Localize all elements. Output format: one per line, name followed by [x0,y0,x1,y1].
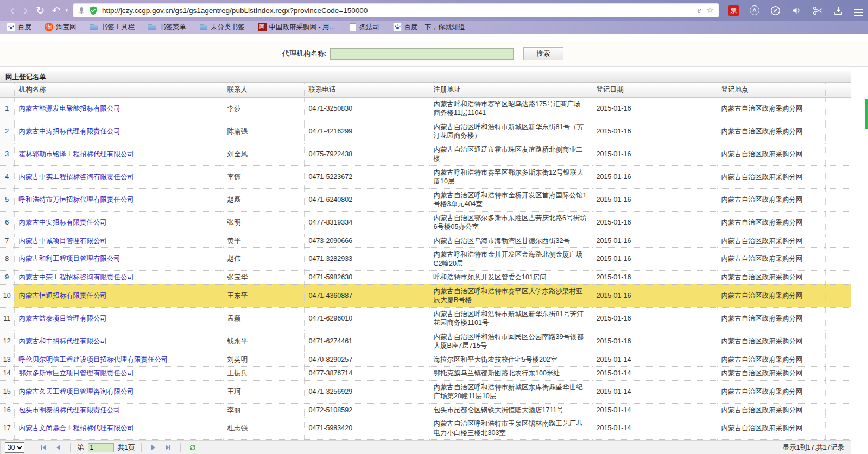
row-number: 17 [0,417,14,440]
last-page-icon[interactable] [163,443,174,452]
registration-place: 内蒙古自治区政府采购分网 [717,97,825,120]
agency-name-link[interactable]: 内蒙古文尚鼎合工程招标代理有限公司 [19,424,135,432]
agency-name-link[interactable]: 内蒙古恒通招标有限责任公司 [19,292,107,299]
registration-date: 2015-01-16 [592,271,717,285]
agency-name-link[interactable]: 内蒙古益泰项目管理有限公司 [19,315,107,322]
registration-place: 内蒙古自治区政府采购分网 [717,165,825,188]
agency-name-link[interactable]: 呼伦贝尔明信工程建设项目招标代理有限责任公司 [19,356,168,363]
url-text[interactable]: http://jczy.ccgp.gov.cn/gs1/gs1agentreg/… [102,7,697,15]
agency-name-link[interactable]: 内蒙古能源发电聚能招标有限公司 [19,105,121,112]
registered-address: 呼和浩特市如意开发区管委会101房间 [429,271,592,285]
agency-name-link[interactable]: 内蒙古中实工程招标咨询有限责任公司 [19,173,135,181]
contact-phone: 0475-7922438 [304,143,429,165]
agency-name-cell: 内蒙古中诚项目管理有限公司 [14,234,223,248]
first-page-icon[interactable] [38,443,49,452]
table-row: 16包头市明泰招标代理有限责任公司李丽0472-5108592包头市昆都仑区钢铁… [0,403,851,417]
compass-icon[interactable] [770,5,781,16]
registration-place: 内蒙古自治区政府采购分网 [717,211,825,234]
row-number: 3 [0,143,14,165]
recently-closed-button[interactable]: ↶ ▾ [48,4,68,17]
bookmark-item[interactable]: 未分类书签 [199,23,245,32]
registration-date: 2015-01-16 [592,165,717,188]
bookmark-item[interactable]: 条法司 [348,23,380,32]
agency-name-link[interactable]: 内蒙古久天工程项目管理咨询有限公司 [19,388,135,395]
scrollbar-thumb[interactable] [865,99,868,129]
bookmark-item[interactable]: 网中国政府采购网 - 用... [258,23,335,32]
agency-name-link[interactable]: 内蒙古和丰招标代理有限公司 [19,337,107,345]
page-icon [348,23,357,31]
contact-name: 张宝华 [223,271,304,285]
registration-place: 内蒙古自治区政府采购分网 [717,417,825,440]
agency-name-input[interactable] [330,48,514,60]
contact-name: 钱永平 [223,330,304,353]
row-filler [825,403,851,417]
contact-phone: 0471-3282933 [304,248,429,271]
registration-date: 2015-01-16 [592,188,717,211]
address-bar[interactable]: http://jczy.ccgp.gov.cn/gs1/gs1agentreg/… [73,3,719,17]
table-row: 9内蒙古中荣工程招标咨询有限责任公司张宝华0471-5982630呼和浩特市如意… [0,271,851,285]
agency-name-link[interactable]: 内蒙古中诚项目管理有限公司 [19,237,107,245]
back-icon[interactable]: ‹ [5,5,19,16]
bookmark-item[interactable]: 百度一下，你就知道 [393,23,466,32]
contact-name: 王振兵 [223,367,304,381]
reload-list-icon[interactable] [187,443,198,452]
contact-name: 赵磊 [223,188,304,211]
bookmark-item[interactable]: 书签菜单 [148,23,186,32]
row-filler [825,120,851,143]
registration-place: 内蒙古自治区政府采购分网 [717,271,825,285]
row-filler [825,380,851,403]
table-row: 14鄂尔多斯市巨立项目管理有限责任公司王振兵0477-3876714鄂托克旗乌兰… [0,367,851,381]
row-filler [825,188,851,211]
search-button[interactable]: 搜索 [523,47,563,60]
bookmark-item[interactable]: 百度 [7,23,31,32]
agency-name-link[interactable]: 内蒙古中安招标有限责任公司 [19,219,107,226]
refresh-icon[interactable]: ↻ [33,4,48,17]
reader-mode-icon[interactable]: A [750,5,759,15]
taobao-icon: 淘 [45,23,53,31]
row-filler [825,143,851,165]
row-number: 16 [0,403,14,417]
header-contact: 联系人 [223,83,304,97]
agency-name-cell: 鄂尔多斯市巨立项目管理有限责任公司 [14,367,223,381]
agency-name-link[interactable]: 霍林郭勒市铭泽工程招标代理有限公司 [19,150,135,158]
table-row: 7内蒙古中诚项目管理有限公司黄平0473-2090666内蒙古自治区乌海市海勃湾… [0,234,851,248]
contact-phone: 0471-6240802 [304,188,429,211]
contact-name: 赵伟 [223,248,304,271]
agency-name-link[interactable]: 包头市明泰招标代理有限责任公司 [19,406,121,414]
registered-address: 内蒙古呼和浩特市金川开发区金海路北侧金厦广场C2幢20层 [429,248,592,271]
divider [31,443,31,452]
row-filler [825,367,851,381]
baidu-paw-icon [393,23,402,31]
page-size-select[interactable]: 30 [5,442,24,453]
page-number-input[interactable] [88,443,114,452]
download-icon[interactable] [834,6,843,15]
page-content: 代理机构名称: 搜索 网上登记名单 机构名称 联系人 联系电话 注册地址 登记日… [0,41,868,454]
ticket-extension-icon[interactable]: 票 [728,5,739,16]
bookmark-item[interactable]: 书签工具栏 [90,23,135,32]
agency-name-cell: 内蒙古中荣工程招标咨询有限责任公司 [14,271,223,285]
contact-phone: 0471-3250830 [304,97,429,120]
agency-name-link[interactable]: 内蒙古和利工程项目管理有限公司 [19,255,121,263]
bookmark-label: 百度 [18,23,31,32]
prev-page-icon[interactable] [53,443,64,452]
registration-date: 2015-01-16 [592,143,717,165]
speaker-icon[interactable] [791,6,802,15]
page-prefix-label: 第 [77,443,84,452]
next-page-icon[interactable] [148,443,159,452]
registered-address: 鄂托克旗乌兰镇都斯图路北农行东100米处 [429,367,592,381]
ie-mode-icon[interactable]: e [697,5,701,15]
agency-name-cell: 呼伦贝尔明信工程建设项目招标代理有限责任公司 [14,353,223,367]
agency-name-link[interactable]: 内蒙古中荣工程招标咨询有限责任公司 [19,273,135,281]
registration-date: 2015-01-14 [592,403,717,417]
forward-icon[interactable]: › [19,5,33,16]
bookmark-star-icon[interactable]: ☆ [707,5,714,15]
agency-name-link[interactable]: 内蒙古中涛招标代理有限责任公司 [19,127,121,135]
registered-address: 内蒙古自治区乌海市海勃湾区甘德尔西街32号 [429,234,592,248]
menu-icon[interactable] [854,9,863,10]
scissors-icon[interactable] [813,6,823,15]
agency-name-link[interactable]: 鄂尔多斯市巨立项目管理有限责任公司 [19,369,135,377]
undo-icon: ↶ [48,4,64,17]
bookmark-item[interactable]: 淘淘宝网 [45,23,77,32]
bookmark-label: 中国政府采购网 - 用... [269,23,335,32]
agency-name-link[interactable]: 呼和浩特市万恒招标代理有限责任公司 [19,196,135,203]
